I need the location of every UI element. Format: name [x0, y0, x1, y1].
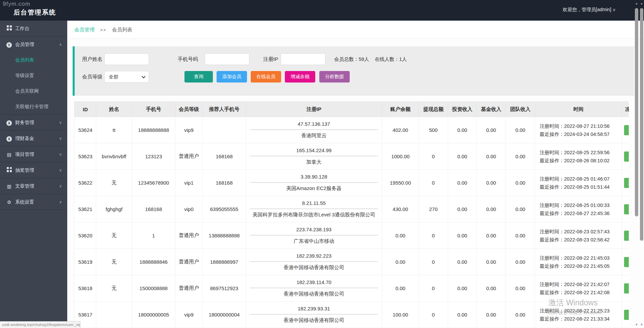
cell-id: 53622 [75, 170, 96, 196]
sidebar-item-label: 工作台 [15, 26, 29, 31]
register-time-label: 注册时间： [540, 176, 564, 182]
page-scrollbar-thumb[interactable] [640, 8, 643, 241]
ip-address: 182.239.92.223 [250, 253, 378, 262]
breadcrumb-parent[interactable]: 会员管理 [74, 27, 95, 32]
cell-time: 注册时间：2022-08-22 21:45:03最近操作：2022-08-22 … [535, 249, 622, 275]
sidebar-item-member[interactable]: V会员管理∧ [0, 37, 67, 52]
sidebar-item-article[interactable]: ▥文章管理∨ [0, 178, 67, 194]
last-operation: 最近操作：2022-08-22 21:45:05 [540, 262, 622, 270]
ip-location: 香港中国移动香港有限公司 [250, 264, 378, 271]
status-normal-button[interactable]: 正常 [624, 151, 629, 162]
table-row: 53618无1500008888普通用户8697512923182.239.11… [75, 275, 629, 302]
cell-ip: 8.21.11.55美国科罗拉多州布隆菲尔德市Level 3通信股份有限公司 [246, 196, 382, 222]
cell-balance: 100.00 [382, 302, 419, 328]
sidebar-item-settings[interactable]: ⚙系统设置∨ [0, 194, 67, 210]
status-normal-button[interactable]: 正常 [624, 283, 629, 294]
cell-withdraw: 0 [419, 170, 448, 196]
last-operation: 最近操作：2024-03-24 04:58:57 [540, 130, 622, 138]
register-time: 注册时间：2022-08-22 21:25:23 [540, 307, 622, 315]
scroll-down-icon[interactable]: ▼ [634, 323, 639, 326]
article-icon: ▥ [6, 179, 12, 194]
member-level-select[interactable]: 全部 [104, 71, 149, 83]
username-input[interactable] [104, 53, 149, 65]
cell-phone: 1500008888 [132, 275, 175, 302]
last-operation-value: 2022-08-22 21:33:34 [564, 316, 610, 322]
fund-icon: ¥ [6, 131, 12, 146]
status-normal-button[interactable]: 正常 [624, 231, 629, 241]
cell-level: vip1 [175, 170, 203, 196]
scroll-down-icon[interactable]: ▼ [639, 323, 644, 326]
sidebar-item-workbench[interactable]: 工作台 [0, 21, 67, 36]
adjust-balance-button[interactable]: 增减余额 [285, 71, 315, 83]
status-normal-button[interactable]: 正常 [624, 204, 629, 214]
status-normal-button[interactable]: 正常 [624, 310, 629, 320]
cell-referrer: 6395055555 [203, 196, 246, 222]
scroll-up-icon[interactable]: ▲ [634, 2, 639, 5]
online-members-text: 在线人数：1人 [375, 53, 407, 65]
cell-status: 正常 [622, 117, 629, 143]
register-ip-input[interactable] [281, 53, 325, 65]
analyze-data-button[interactable]: 分析数据 [319, 71, 350, 83]
chevron-down-icon: ∨ [59, 162, 62, 178]
last-operation-value: 2022-08-25 01:51:44 [564, 184, 610, 190]
cell-invest: 0.00 [448, 117, 477, 143]
scroll-up-icon[interactable]: ▲ [639, 2, 644, 5]
cell-level: 普通用户 [175, 222, 203, 249]
phone-input[interactable] [205, 53, 249, 65]
dashboard-icon [6, 21, 12, 37]
status-normal-button[interactable]: 正常 [624, 257, 629, 267]
cell-id: 53618 [75, 275, 96, 302]
app-title: 后台管理系统 [14, 8, 56, 17]
sidebar-subitem-member-network[interactable]: 会员关联网 [0, 83, 67, 99]
column-header: 姓名 [96, 102, 132, 117]
sidebar-menu: 工作台V会员管理∧会员列表等级设置会员关联网关联银行卡管理¥财务管理∨¥理财基金… [0, 21, 67, 210]
last-operation-label: 最近操作： [540, 132, 564, 137]
cell-name [96, 302, 132, 328]
sidebar-item-finance[interactable]: ¥财务管理∨ [0, 115, 67, 130]
cell-ip: 47.57.136.137香港阿里云 [246, 117, 382, 143]
column-header: 手机号 [132, 102, 175, 117]
sidebar-subitem-member-list[interactable]: 会员列表 [0, 52, 67, 68]
chevron-down-icon [142, 74, 145, 78]
member-level-label: 会员等级 [82, 71, 102, 83]
sidebar-subitem-level-settings[interactable]: 等级设置 [0, 68, 67, 83]
cell-id: 53623 [75, 143, 96, 170]
cell-team: 0.00 [506, 170, 535, 196]
cell-balance: 430.00 [382, 196, 419, 222]
sidebar-item-lottery[interactable]: 抽奖管理∨ [0, 162, 67, 178]
table-row: 53619无1888888846普通用户1888888997182.239.92… [75, 249, 629, 275]
cell-ip: 182.239.92.223香港中国移动香港有限公司 [246, 249, 382, 275]
cell-id: 53619 [75, 249, 96, 275]
inner-scrollbar-thumb[interactable] [635, 8, 638, 216]
cell-withdraw: 0 [419, 222, 448, 249]
sidebar-item-fund[interactable]: ¥理财基金∨ [0, 131, 67, 146]
status-normal-button[interactable]: 正常 [624, 178, 629, 188]
column-header: 冻结 [622, 102, 629, 117]
total-members-text: 会员总数：59人 [334, 53, 369, 65]
filter-panel: 用户姓名 手机号码 注册IP 会员总数：59人 在线人数：1人 会员等级 全部 … [73, 46, 634, 96]
cell-id: 53624 [75, 117, 96, 143]
cell-ip: 3.39.90.128美国Amazon EC2服务器 [246, 170, 382, 196]
column-header: 账户余额 [382, 102, 419, 117]
project-icon: ▤ [6, 147, 12, 162]
cell-balance: 0.00 [382, 275, 419, 302]
table-row: 53621fghghgf168168vip063950555558.21.11.… [75, 196, 629, 222]
ip-address: 3.39.90.128 [250, 174, 378, 183]
cell-time: 注册时间：2022-08-22 21:42:07最近操作：2022-08-22 … [535, 275, 622, 302]
last-operation: 最近操作：2022-08-26 08:10:02 [540, 157, 622, 165]
add-member-button[interactable]: 添加会员 [217, 71, 247, 83]
sidebar-item-project[interactable]: ▤项目管理∨ [0, 146, 67, 162]
inner-scrollbar[interactable]: ▲ ▼ [634, 0, 639, 328]
cell-id: 53621 [75, 196, 96, 222]
status-normal-button[interactable]: 正常 [624, 125, 629, 135]
sidebar-subitem-bank-card-mgmt[interactable]: 关联银行卡管理 [0, 99, 67, 114]
cell-time: 注册时间：2022-08-27 21:10:56最近操作：2024-03-24 … [535, 117, 622, 143]
search-button[interactable]: 查询 [184, 71, 213, 83]
last-operation-label: 最近操作： [540, 263, 564, 269]
ip-address: 223.74.238.193 [250, 227, 378, 235]
online-members-button[interactable]: 在线会员 [251, 71, 281, 83]
user-menu[interactable]: 欢迎您，管理员[admin]∨ [563, 7, 616, 13]
cell-team: 0.00 [506, 302, 535, 328]
cell-invest: 0.00 [448, 170, 477, 196]
page-scrollbar[interactable]: ▲ ▼ [639, 0, 644, 328]
